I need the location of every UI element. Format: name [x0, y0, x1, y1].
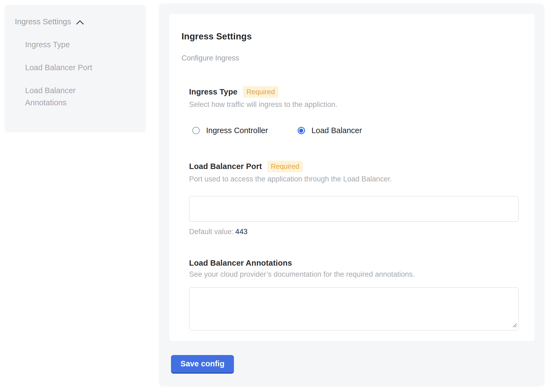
ingress-type-label-row: Ingress Type Required — [189, 86, 519, 98]
radio-ingress-controller[interactable] — [192, 127, 200, 134]
annotations-label: Load Balancer Annotations — [189, 259, 292, 268]
field-load-balancer-port: Load Balancer Port Required Port used to… — [189, 161, 519, 236]
sidebar-item-load-balancer-port[interactable]: Load Balancer Port — [25, 62, 106, 74]
field-ingress-type: Ingress Type Required Select how traffic… — [189, 86, 519, 135]
resize-handle-icon[interactable] — [512, 323, 517, 329]
sidebar-item-load-balancer-annotations[interactable]: Load Balancer Annotations — [25, 85, 106, 109]
save-config-button[interactable]: Save config — [171, 355, 234, 374]
ingress-settings-panel: Ingress Settings Configure Ingress Ingre… — [159, 4, 545, 387]
port-description: Port used to access the application thro… — [189, 175, 519, 183]
sidebar-section-label: Ingress Settings — [15, 17, 71, 26]
settings-sidebar: Ingress Settings Ingress Type Load Balan… — [5, 5, 146, 132]
sidebar-item-ingress-type[interactable]: Ingress Type — [25, 39, 106, 51]
default-value: 443 — [235, 228, 247, 236]
radio-load-balancer[interactable] — [298, 127, 305, 134]
ingress-settings-card: Ingress Settings Configure Ingress Ingre… — [169, 14, 535, 341]
radio-label-load-balancer: Load Balancer — [311, 126, 362, 135]
required-badge: Required — [267, 161, 303, 172]
sidebar-item-list: Ingress Type Load Balancer Port Load Bal… — [15, 39, 135, 109]
default-value-label: Default value: — [189, 228, 234, 236]
ingress-type-description: Select how traffic will ingress to the a… — [189, 100, 519, 109]
port-label-row: Load Balancer Port Required — [189, 161, 519, 172]
annotations-label-row: Load Balancer Annotations — [189, 259, 519, 268]
load-balancer-port-input[interactable] — [189, 196, 519, 222]
radio-option-ingress-controller[interactable]: Ingress Controller — [192, 126, 268, 135]
port-label: Load Balancer Port — [189, 162, 262, 171]
page-title: Ingress Settings — [182, 31, 519, 42]
ingress-type-radio-group: Ingress Controller Load Balancer — [189, 126, 519, 135]
load-balancer-annotations-textarea[interactable] — [189, 287, 519, 330]
ingress-type-label: Ingress Type — [189, 87, 237, 96]
field-load-balancer-annotations: Load Balancer Annotations See your cloud… — [189, 259, 519, 330]
radio-option-load-balancer[interactable]: Load Balancer — [298, 126, 362, 135]
radio-label-ingress-controller: Ingress Controller — [206, 126, 268, 135]
form-sections: Ingress Type Required Select how traffic… — [189, 86, 519, 330]
annotations-description: See your cloud provider’s documentation … — [189, 270, 519, 279]
required-badge: Required — [243, 86, 279, 98]
page-subtitle: Configure Ingress — [182, 54, 519, 62]
annotations-textarea-wrap — [189, 287, 519, 330]
chevron-up-icon — [76, 18, 84, 27]
sidebar-section-ingress-settings[interactable]: Ingress Settings — [15, 17, 135, 27]
port-default-row: Default value:443 — [189, 228, 519, 236]
